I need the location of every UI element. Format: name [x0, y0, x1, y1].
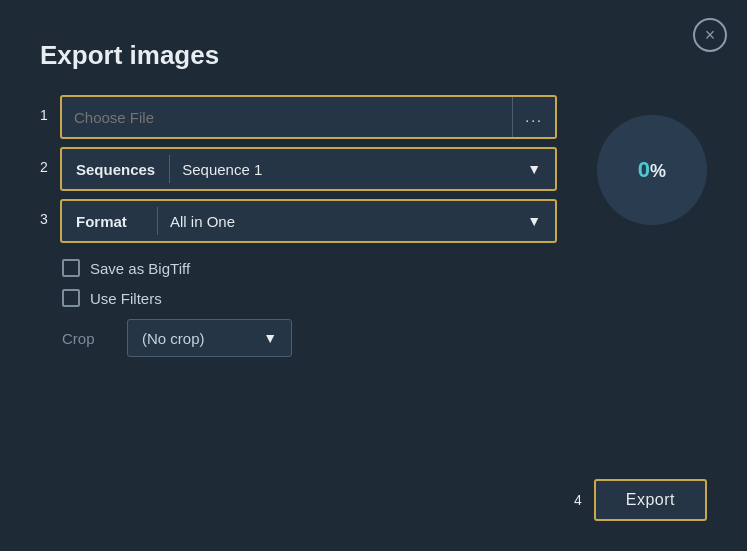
format-select[interactable]: Format All in One ▼	[60, 199, 557, 243]
export-dialog: × Export images 1 ... 2 Sequences Seque	[0, 0, 747, 551]
step1-number: 1	[40, 95, 60, 123]
progress-display: 0%	[638, 157, 666, 183]
step2-number: 2	[40, 147, 60, 175]
export-step-number: 4	[574, 492, 582, 508]
close-icon: ×	[705, 26, 716, 44]
step3-number: 3	[40, 199, 60, 227]
sequences-select[interactable]: Sequences Sequence 1 ▼	[60, 147, 557, 191]
main-content: 1 ... 2 Sequences Sequence 1 ▼	[40, 95, 707, 357]
file-row: 1 ...	[40, 95, 557, 139]
format-control[interactable]: All in One ▼	[158, 213, 555, 230]
sequences-row: 2 Sequences Sequence 1 ▼	[40, 147, 557, 191]
use-filters-row[interactable]: Use Filters	[62, 289, 557, 307]
dialog-title: Export images	[40, 40, 707, 71]
save-bigtiff-label: Save as BigTiff	[90, 260, 190, 277]
right-panel: 0%	[597, 95, 707, 225]
format-row: 3 Format All in One ▼	[40, 199, 557, 243]
crop-value: (No crop)	[142, 330, 205, 347]
file-input[interactable]	[62, 109, 512, 126]
sequences-value: Sequence 1	[182, 161, 262, 178]
save-bigtiff-checkbox[interactable]	[62, 259, 80, 277]
browse-button[interactable]: ...	[512, 97, 555, 137]
options-section: Save as BigTiff Use Filters Crop (No cro…	[40, 259, 557, 357]
progress-value: 0	[638, 157, 650, 182]
save-bigtiff-row[interactable]: Save as BigTiff	[62, 259, 557, 277]
format-label: Format	[62, 213, 157, 230]
sequences-chevron-icon: ▼	[527, 161, 541, 177]
sequences-label: Sequences	[62, 161, 169, 178]
crop-label: Crop	[62, 330, 107, 347]
progress-circle: 0%	[597, 115, 707, 225]
crop-chevron-icon: ▼	[263, 330, 277, 346]
close-button[interactable]: ×	[693, 18, 727, 52]
progress-percent: %	[650, 161, 666, 181]
crop-select[interactable]: (No crop) ▼	[127, 319, 292, 357]
use-filters-checkbox[interactable]	[62, 289, 80, 307]
sequences-control[interactable]: Sequence 1 ▼	[170, 161, 555, 178]
crop-row: Crop (No crop) ▼	[62, 319, 557, 357]
footer: 4 Export	[574, 479, 707, 521]
format-value: All in One	[170, 213, 235, 230]
export-button[interactable]: Export	[594, 479, 707, 521]
file-input-container: ...	[60, 95, 557, 139]
left-panel: 1 ... 2 Sequences Sequence 1 ▼	[40, 95, 557, 357]
format-chevron-icon: ▼	[527, 213, 541, 229]
use-filters-label: Use Filters	[90, 290, 162, 307]
